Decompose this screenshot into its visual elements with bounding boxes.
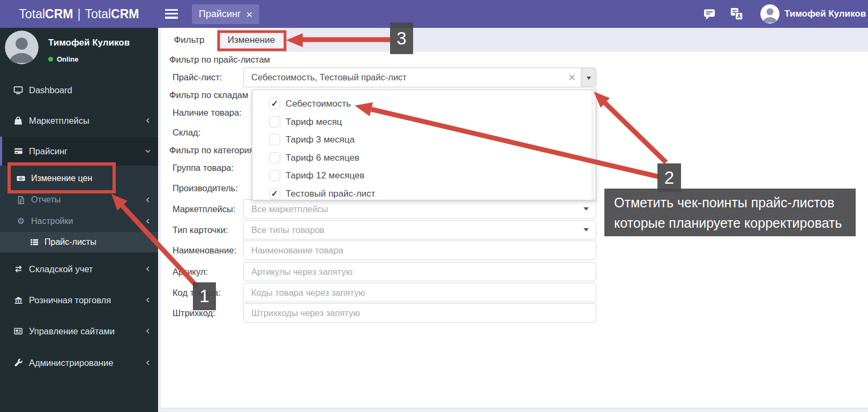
availability-label: Наличие товара:	[173, 107, 242, 118]
pricelist-dropdown-panel: ✓ Себестоимость Тариф месяц Тариф 3 меся…	[252, 89, 596, 200]
pricelist-input[interactable]	[244, 72, 563, 83]
app-logo[interactable]: TotalCRM|TotalCRM	[0, 0, 158, 28]
section-warehouses-header: Фильтр по складам	[169, 89, 248, 100]
sidebar: Тимофей Куликов Online Dashboard Маркетп…	[0, 28, 158, 412]
pricelist-label: Прайс-лист:	[173, 72, 222, 83]
step-badge-3: 3	[390, 23, 413, 54]
sidebar-item-warehouse[interactable]: Складской учет	[0, 257, 158, 281]
section-categories-header: Фильтр по категориям	[169, 145, 260, 155]
tab-change[interactable]: Изменение	[220, 28, 283, 52]
sidebar-username: Тимофей Куликов	[48, 38, 130, 48]
card-type-label: Тип карточки:	[173, 224, 228, 235]
shopping-bag-icon	[12, 116, 25, 125]
checkbox-unchecked-icon[interactable]	[269, 152, 280, 163]
chevron-left-icon	[144, 327, 152, 335]
name-label: Наименование:	[173, 245, 236, 256]
tooltip-line-1: Отметить чек-поинты прайс-листов	[614, 192, 856, 213]
caret-down-icon	[583, 207, 589, 213]
newspaper-icon	[12, 327, 25, 335]
sidebar-item-price-lists[interactable]: Прайс-листы	[0, 232, 158, 252]
chevron-left-icon	[144, 196, 152, 204]
sku-label: Артикул:	[173, 266, 208, 277]
name-input[interactable]	[243, 241, 596, 260]
section-pricelists-header: Фильтр по прайс-листам	[169, 54, 270, 65]
open-tab-label: Прайсинг	[199, 9, 241, 20]
step-badge-2: 2	[657, 163, 681, 192]
open-tab-pricing[interactable]: Прайсинг ×	[192, 4, 259, 24]
bank-icon	[12, 296, 25, 304]
dropdown-toggle-button[interactable]	[581, 68, 596, 87]
option-sebestoimost[interactable]: ✓ Себестоимость	[252, 95, 596, 113]
barcode-input[interactable]	[243, 303, 596, 323]
svg-text:$: $	[20, 176, 22, 180]
close-tab-icon[interactable]: ×	[246, 9, 253, 20]
user-status[interactable]: Online	[48, 55, 78, 63]
messages-icon[interactable]	[704, 9, 716, 22]
checkbox-unchecked-icon[interactable]	[269, 170, 280, 181]
product-code-input[interactable]	[243, 283, 596, 302]
product-group-label: Группа товара:	[173, 162, 234, 173]
wrench-icon	[12, 358, 25, 367]
pricelist-combobox[interactable]: ×	[243, 68, 596, 87]
option-test-pricelist[interactable]: ✓ Тестовый прайс-лист	[252, 185, 596, 203]
credit-card-icon	[12, 147, 25, 155]
chevron-left-icon	[144, 217, 152, 226]
annotation-tooltip: Отметить чек-поинты прайс-листов которые…	[604, 189, 856, 236]
chevron-left-icon	[144, 358, 152, 367]
chevron-down-icon	[144, 147, 152, 155]
translate-icon[interactable]: A	[730, 7, 744, 23]
caret-down-icon	[587, 77, 591, 82]
card-type-select[interactable]	[243, 220, 596, 239]
sidebar-avatar	[5, 31, 39, 64]
sidebar-item-retail[interactable]: Розничная торговля	[0, 288, 158, 312]
gears-icon: ⚙	[15, 217, 27, 226]
sidebar-item-pricing[interactable]: Прайсинг	[0, 137, 158, 166]
exchange-arrows-icon	[12, 265, 25, 273]
sidebar-item-administration[interactable]: Администрирование	[0, 351, 158, 374]
topbar: TotalCRM|TotalCRM Прайсинг × A Тимофей К…	[0, 0, 868, 28]
sidebar-toggle-button[interactable]	[165, 9, 178, 21]
chevron-left-icon	[144, 296, 152, 304]
topbar-username[interactable]: Тимофей Куликов	[784, 0, 866, 28]
checkbox-checked-icon[interactable]: ✓	[269, 98, 280, 109]
app-window: TotalCRM|TotalCRM Прайсинг × A Тимофей К…	[0, 0, 868, 412]
chevron-left-icon	[144, 265, 152, 273]
step-badge-1: 1	[193, 282, 216, 310]
online-dot-icon	[48, 57, 53, 62]
monitor-icon	[12, 86, 25, 95]
option-tarif-6-months[interactable]: Тариф 6 месяцев	[252, 149, 596, 167]
document-icon	[15, 196, 27, 205]
sidebar-item-dashboard[interactable]: Dashboard	[0, 78, 158, 102]
marketplaces-label: Маркетплейсы:	[173, 204, 236, 214]
sidebar-item-site-management[interactable]: Управление сайтами	[0, 319, 158, 343]
option-tarif-3-months[interactable]: Тариф 3 месяца	[252, 131, 596, 148]
topbar-avatar[interactable]	[760, 4, 780, 24]
checkbox-unchecked-icon[interactable]	[269, 116, 280, 128]
sidebar-item-settings[interactable]: ⚙ Настройки	[0, 211, 158, 231]
tooltip-line-2: которые планируете корректировать	[614, 213, 856, 233]
checkbox-unchecked-icon[interactable]	[269, 134, 280, 145]
tab-strip: Фильтр Изменение	[161, 28, 868, 52]
checkbox-checked-icon[interactable]: ✓	[269, 188, 280, 199]
sku-input[interactable]	[243, 262, 596, 281]
option-tarif-12-months[interactable]: Тариф 12 месяцев	[252, 167, 596, 184]
svg-text:A: A	[737, 13, 742, 19]
tab-filter[interactable]: Фильтр	[161, 28, 218, 52]
chevron-left-icon	[144, 116, 152, 125]
manufacturer-label: Производитель:	[173, 183, 238, 193]
option-tarif-month[interactable]: Тариф месяц	[252, 113, 596, 131]
clear-selection-icon[interactable]: ×	[568, 72, 575, 84]
money-bill-icon: $	[15, 174, 27, 183]
sidebar-item-reports[interactable]: Отчеты	[0, 190, 158, 210]
sidebar-item-marketplaces[interactable]: Маркетплейсы	[0, 109, 158, 132]
sidebar-item-price-change[interactable]: $ Изменение цен	[0, 168, 158, 189]
list-icon	[28, 238, 40, 246]
caret-down-icon	[583, 228, 589, 234]
warehouse-label: Склад:	[173, 127, 200, 138]
